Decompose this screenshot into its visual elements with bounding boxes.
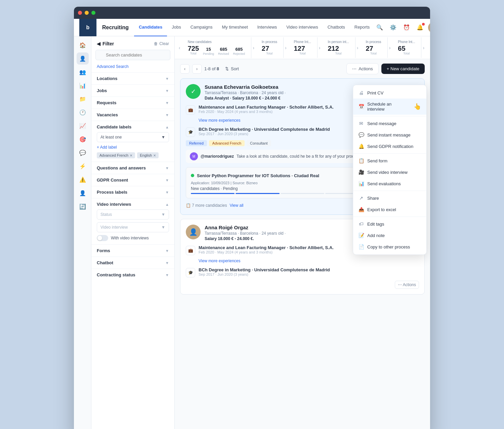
chevron-down-icon: ▼ [165,178,169,182]
candidate-info-susana: Susana Echevarria Goikoetxea Tarrassa/Te… [205,84,286,101]
video-icon: 🎥 [359,169,364,175]
dropdown-add-note[interactable]: 📝 Add note [353,230,426,241]
new-candidate-button[interactable]: + New candidate [381,64,425,74]
dropdown-edit-tags[interactable]: 🏷 Edit tags [353,218,426,230]
filter-clear-button[interactable]: 🗑 Clear [154,41,169,46]
stat-in-process-1[interactable]: In process 27 Total [256,37,284,58]
sort-button[interactable]: ⇅ Sort [222,65,242,73]
vacancies-header[interactable]: Vacancies ▼ [97,112,169,117]
video-interview-dropdown[interactable]: Video interview ▼ [97,222,169,232]
tab-interviews[interactable]: Interviews [253,19,282,36]
candidate-labels-content: At least one ▼ + Add label Advanced Fren… [97,132,169,158]
next-page-button[interactable]: › [192,64,202,74]
sidebar-target[interactable]: 🎯 [77,133,89,145]
sidebar-group[interactable]: 👥 [77,66,89,78]
sidebar-history[interactable]: 🔄 [77,200,89,212]
settings-button[interactable]: ⚙️ [388,22,398,33]
jobs-header[interactable]: Jobs ▼ [97,88,169,93]
at-least-one-dropdown[interactable]: At least one ▼ [97,132,169,142]
sidebar-graph[interactable]: 📈 [77,120,89,132]
remove-label-english[interactable]: ✕ [153,154,156,157]
icon-sidebar: 🏠 👤 👥 📊 📁 🕐 📈 🎯 💬 ⚡ ⚠️ 👤 🔄 [74,36,91,429]
dropdown-export-excel[interactable]: 📤 Export to excel [353,204,426,215]
chevron-down-icon: ▼ [165,101,169,105]
video-interviews-header[interactable]: Video interviews ▲ [97,202,169,207]
notifications-button[interactable]: 🔔 [415,22,425,33]
questions-header[interactable]: Questions and answers ▼ [97,165,169,170]
stats-in-process-next[interactable]: › [284,45,288,50]
dropdown-send-form[interactable]: 📋 Send form [353,155,426,166]
tab-chatbots[interactable]: Chatbots [323,19,350,36]
view-more-experiences-anna[interactable]: View more experiences [199,259,419,263]
contracting-header[interactable]: Contracting status ▼ [97,272,169,277]
stat-new-candidates[interactable]: New candidates 725 Total 15 Pending [182,37,251,58]
activity-button[interactable]: ⏰ [401,22,412,33]
dropdown-send-evaluations[interactable]: 📊 Send evaluations [353,178,426,189]
stat-in-process-2[interactable]: In process 27 Total [360,37,387,58]
filter-section-forms: Forms ▼ [91,244,174,257]
search-nav-button[interactable]: 🔍 [374,22,385,33]
filter-section-vacancies: Vacancies ▼ [91,109,174,121]
print-icon: 🖨 [359,90,364,95]
stats-phone-int-next[interactable]: › [318,45,322,50]
maximize-dot[interactable] [91,11,95,15]
status-dropdown[interactable]: Status ▼ [97,209,169,220]
stat-in-person-2[interactable]: In person int... 32 Total [426,37,430,58]
stats-in-person-next[interactable]: › [355,45,360,50]
stats-new-candidates-next[interactable]: › [251,45,256,50]
dropdown-send-gdpr[interactable]: 🔔 Send GDPR notification [353,141,426,152]
tab-jobs[interactable]: Jobs [167,19,185,36]
sidebar-people[interactable]: 👤 [77,52,89,65]
copy-icon: 📄 [359,244,364,249]
tab-video-interviews[interactable]: Video interviews [282,19,323,36]
dropdown-send-message[interactable]: ✉ Send message [353,118,426,129]
sidebar-warning[interactable]: ⚠️ [77,173,89,186]
tab-candidates[interactable]: Candidates [134,19,167,36]
stat-phone-int-2[interactable]: Phone Int... 65 Total [392,37,421,58]
process-labels-header[interactable]: Process labels ▼ [97,190,169,195]
remove-label-advanced-french[interactable]: ✕ [130,154,132,157]
tab-reports[interactable]: Reports [350,19,375,36]
sidebar-home[interactable]: 🏠 [77,39,89,51]
card-actions-button-anna[interactable]: ⋯ Actions [395,281,419,289]
locations-header[interactable]: Locations ▼ [97,76,169,81]
education-icon: 🎓 [186,127,195,137]
minimize-dot[interactable] [85,11,89,15]
stats-prev-button[interactable]: ‹ [177,45,182,50]
sidebar-person-add[interactable]: 👤 [77,187,89,199]
requests-header[interactable]: Requests ▼ [97,100,169,105]
add-label-button[interactable]: + Add label [97,145,169,150]
sidebar-folder[interactable]: 📁 [77,93,89,105]
dropdown-share[interactable]: ↗ Share [353,192,426,204]
sidebar-chart[interactable]: 📊 [77,79,89,91]
gdpr-header[interactable]: GDPR Consent ▼ [97,178,169,183]
sidebar-bolt[interactable]: ⚡ [77,160,89,172]
close-dot[interactable] [78,11,82,15]
with-video-toggle[interactable] [97,235,108,241]
dropdown-copy-to-process[interactable]: 📄 Copy to other process [353,241,426,252]
user-avatar[interactable]: 👤 [428,22,430,33]
dropdown-send-video-interview[interactable]: 🎥 Send video interview [353,166,426,178]
tab-my-timesheet[interactable]: My timesheet [217,19,252,36]
stat-in-person-1[interactable]: In person int... 212 Total [322,37,355,58]
prev-page-button[interactable]: ‹ [180,64,190,74]
actions-button[interactable]: ⋯ Actions [346,63,379,74]
dropdown-print-cv[interactable]: 🖨 Print CV [353,87,426,99]
view-all-link[interactable]: View all [229,203,243,208]
label-tag-english: English ✕ [137,152,159,158]
stats-phone2-next[interactable]: › [421,45,426,50]
advanced-search-link[interactable]: Advanced Search [91,64,174,72]
forms-header[interactable]: Forms ▼ [97,248,169,253]
dropdown-schedule-interview[interactable]: 📅 Schedule an interview 👆 [353,99,426,115]
candidate-labels-header[interactable]: Candidate labels ▲ [97,124,169,129]
chatbot-header[interactable]: Chatbot ▼ [97,260,169,265]
sort-icon: ⇅ [225,66,229,71]
status-dot-green [191,174,194,177]
dropdown-send-instant-message[interactable]: 💬 Send instant message [353,129,426,141]
sidebar-clock[interactable]: 🕐 [77,106,89,118]
stats-in-process2-next[interactable]: › [388,45,392,50]
stat-phone-int-1[interactable]: Phone Int... 127 Total [288,37,318,58]
tab-campaigns[interactable]: Campaigns [186,19,217,36]
sidebar-chat[interactable]: 💬 [77,147,89,159]
search-candidates-input[interactable] [95,50,170,60]
